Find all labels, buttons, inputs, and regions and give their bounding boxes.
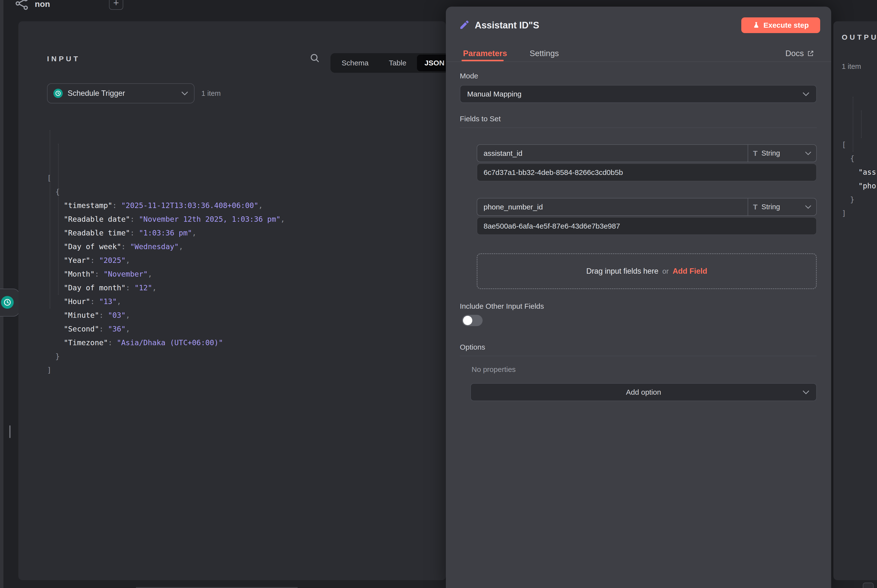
- input-view-switcher: Schema Table JSON: [330, 53, 453, 73]
- options-label: Options: [460, 343, 485, 351]
- add-option-label: Add option: [626, 388, 661, 396]
- output-panel-title: OUTPUT: [842, 33, 877, 41]
- tab-parameters[interactable]: Parameters: [463, 49, 507, 58]
- output-json-view[interactable]: [{"ass"pho}]: [842, 83, 876, 220]
- flask-icon: [753, 21, 760, 29]
- include-other-toggle[interactable]: [462, 315, 483, 326]
- field-value-input[interactable]: [477, 168, 816, 177]
- text-type-icon: T: [753, 203, 757, 211]
- json-line: "Readable date": "November 12th 2025, 1:…: [47, 212, 285, 226]
- chevron-down-icon: [802, 92, 810, 96]
- app-screen: non + INPUT Schema Table JSON Schedule T…: [0, 0, 877, 588]
- output-items-count: 1 item: [842, 63, 861, 70]
- mode-select[interactable]: Manual Mapping: [460, 85, 817, 103]
- external-link-icon: [807, 50, 814, 57]
- add-option-select[interactable]: Add option: [470, 383, 817, 401]
- indent-guide: [861, 111, 862, 138]
- chevron-down-icon: [805, 152, 811, 155]
- input-json-view[interactable]: [{"timestamp": "2025-11-12T13:03:36.408+…: [47, 116, 285, 377]
- chevron-down-icon: [181, 92, 188, 95]
- field-type-label: String: [762, 203, 801, 211]
- docs-label: Docs: [786, 49, 804, 58]
- drop-zone-text: Drag input fields here: [586, 267, 658, 276]
- tab-table[interactable]: Table: [380, 59, 415, 67]
- json-line: ]: [842, 207, 876, 220]
- field-value-input[interactable]: [477, 222, 816, 230]
- json-line: "Month": "November",: [47, 267, 285, 281]
- workflow-graph-icon: [15, 0, 29, 12]
- add-field-link[interactable]: Add Field: [673, 267, 707, 276]
- node-detail-panel: Assistant ID"S Execute step Parameters S…: [446, 7, 831, 588]
- json-line: [: [47, 171, 285, 185]
- json-line: "timestamp": "2025-11-12T13:03:36.408+06…: [47, 199, 285, 212]
- toggle-knob: [463, 316, 472, 325]
- chevron-down-icon: [802, 390, 810, 394]
- json-line: }: [842, 193, 876, 207]
- options-empty-text: No properties: [472, 365, 516, 374]
- canvas-toolbar-edge: [136, 587, 298, 588]
- field-name-input[interactable]: [477, 198, 748, 215]
- node-title[interactable]: Assistant ID"S: [475, 20, 539, 31]
- tab-settings[interactable]: Settings: [530, 49, 559, 58]
- mode-label: Mode: [460, 72, 478, 80]
- json-line: "Hour": "13",: [47, 295, 285, 309]
- schedule-trigger-icon: [53, 89, 63, 98]
- search-icon[interactable]: [309, 52, 320, 64]
- field-type-label: String: [762, 149, 801, 157]
- execute-step-label: Execute step: [763, 21, 809, 29]
- add-tab-button[interactable]: +: [109, 0, 123, 10]
- field-type-select[interactable]: T String: [748, 198, 816, 215]
- json-line: "Timezone": "Asia/Dhaka (UTC+06:00)": [47, 336, 285, 350]
- clock-icon: [1, 296, 14, 309]
- docs-link[interactable]: Docs: [786, 49, 814, 58]
- canvas-tab-label: non: [35, 0, 50, 9]
- chevron-down-icon: [805, 205, 811, 209]
- json-line: "Readable time": "1:03:36 pm",: [47, 226, 285, 240]
- drag-drop-zone[interactable]: Drag input fields here or Add Field: [477, 254, 817, 289]
- json-line: "Day of month": "12",: [47, 281, 285, 295]
- output-panel: OUTPUT 1 item [{"ass"pho}]: [834, 21, 877, 580]
- indent-guide: [58, 144, 58, 295]
- field-value-row: [477, 217, 817, 235]
- mode-value: Manual Mapping: [467, 90, 802, 98]
- json-line: {: [47, 185, 285, 199]
- json-line: }: [47, 350, 285, 363]
- field-type-select[interactable]: T String: [748, 145, 816, 162]
- schedule-trigger-node[interactable]: [0, 289, 19, 316]
- corner-widget[interactable]: [863, 583, 874, 588]
- json-line: "pho: [842, 179, 876, 193]
- section-divider: [460, 128, 817, 128]
- input-items-count: 1 item: [201, 89, 221, 98]
- json-line: {: [842, 152, 876, 165]
- text-type-icon: T: [753, 149, 757, 158]
- canvas-tab[interactable]: non: [15, 0, 50, 12]
- active-tab-underline: [462, 60, 504, 61]
- json-line: "Minute": "03",: [47, 309, 285, 322]
- execute-step-button[interactable]: Execute step: [741, 17, 820, 33]
- field-name-row: T String: [477, 144, 817, 162]
- json-line: "ass: [842, 165, 876, 179]
- field-value-row: [477, 164, 817, 181]
- input-panel: INPUT Schema Table JSON Schedule Trigger…: [18, 21, 446, 580]
- field-name-input[interactable]: [477, 145, 748, 162]
- indent-guide: [853, 97, 853, 152]
- input-source-select[interactable]: Schedule Trigger: [47, 83, 195, 104]
- json-line: "Second": "36",: [47, 322, 285, 336]
- drop-zone-or: or: [663, 267, 669, 275]
- section-divider: [460, 356, 817, 356]
- fields-section-label: Fields to Set: [460, 115, 501, 123]
- pencil-icon: [459, 20, 470, 32]
- input-panel-title: INPUT: [47, 55, 80, 63]
- json-line: "Year": "2025",: [47, 254, 285, 267]
- include-other-label: Include Other Input Fields: [460, 302, 544, 310]
- field-name-row: T String: [477, 198, 817, 216]
- json-line: "Day of week": "Wednesday",: [47, 240, 285, 254]
- tab-schema[interactable]: Schema: [330, 59, 380, 67]
- header-divider: [446, 62, 831, 62]
- json-line: ]: [47, 363, 285, 377]
- json-line: [: [842, 138, 876, 152]
- panel-resize-handle[interactable]: [9, 425, 10, 438]
- indent-guide: [50, 130, 50, 309]
- plus-icon: +: [113, 0, 119, 8]
- input-source-label: Schedule Trigger: [67, 89, 176, 98]
